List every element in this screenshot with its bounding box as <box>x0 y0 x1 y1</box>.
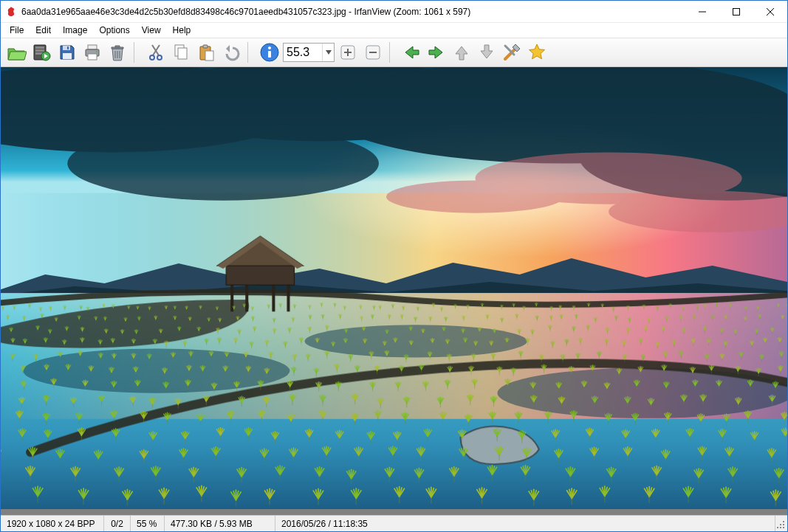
maximize-button[interactable] <box>719 1 753 22</box>
minimize-button[interactable] <box>685 1 719 22</box>
cut-button[interactable] <box>144 41 168 64</box>
svg-rect-56 <box>272 282 275 311</box>
status-zoom: 55 % <box>131 516 165 531</box>
svg-rect-11 <box>67 46 69 49</box>
zoom-in-button[interactable] <box>336 41 360 64</box>
paste-button[interactable] <box>194 41 218 64</box>
status-bar: 1920 x 1080 x 24 BPP 0/2 55 % 477.30 KB … <box>1 515 787 531</box>
svg-rect-57 <box>287 282 289 311</box>
save-icon <box>58 44 76 61</box>
svg-rect-2791 <box>783 524 784 525</box>
favorite-button[interactable] <box>525 41 549 64</box>
svg-point-22 <box>157 55 162 60</box>
copy-button[interactable] <box>169 41 193 64</box>
svg-rect-2789 <box>783 521 784 522</box>
zoom-out-icon <box>365 44 381 61</box>
svg-rect-26 <box>203 45 208 48</box>
menu-options[interactable]: Options <box>93 24 135 37</box>
undo-icon <box>222 44 240 61</box>
toolbar <box>1 38 787 67</box>
favorite-icon <box>527 43 547 62</box>
toolbar-separator <box>389 42 395 63</box>
toolbar-separator <box>247 42 253 63</box>
svg-rect-24 <box>178 48 187 59</box>
svg-rect-5 <box>35 46 44 49</box>
print-icon <box>83 44 101 61</box>
svg-rect-2794 <box>783 527 784 528</box>
zoom-out-button[interactable] <box>361 41 385 64</box>
resize-grip[interactable] <box>775 516 787 531</box>
settings-icon <box>502 43 521 62</box>
close-button[interactable] <box>753 1 787 22</box>
menu-file[interactable]: File <box>4 24 30 37</box>
svg-rect-9 <box>63 46 70 50</box>
status-datetime: 2016/05/26 / 11:18:35 <box>275 516 775 531</box>
toolbar-separator <box>134 42 140 63</box>
svg-point-21 <box>150 55 154 60</box>
prev-icon <box>402 44 420 61</box>
up-icon <box>453 44 470 61</box>
prev-button[interactable] <box>400 41 423 64</box>
svg-point-48 <box>386 181 564 213</box>
next-icon <box>428 44 445 61</box>
window-controls <box>685 1 787 22</box>
svg-rect-58 <box>226 264 294 285</box>
undo-button[interactable] <box>219 41 243 64</box>
cut-icon <box>148 44 164 61</box>
zoom-dropdown-button[interactable] <box>322 44 334 61</box>
window-title: 6aa0da31e965aae46e3c3de4d2c5b30efd8d8349… <box>21 7 685 17</box>
svg-rect-2792 <box>777 527 778 528</box>
info-button[interactable] <box>258 41 281 64</box>
svg-point-15 <box>96 51 97 52</box>
status-index: 0/2 <box>104 516 131 531</box>
svg-rect-2793 <box>780 527 781 528</box>
displayed-image <box>1 67 787 509</box>
svg-rect-27 <box>205 51 213 61</box>
svg-rect-12 <box>88 45 97 49</box>
settings-button[interactable] <box>500 41 524 64</box>
menu-edit[interactable]: Edit <box>30 24 57 37</box>
first-button[interactable] <box>450 41 473 64</box>
svg-rect-6 <box>35 49 44 52</box>
paste-icon <box>197 44 215 61</box>
app-icon <box>5 6 17 18</box>
print-button[interactable] <box>80 41 104 64</box>
svg-rect-2790 <box>780 524 781 525</box>
open-button[interactable] <box>5 41 29 64</box>
zoom-in-icon <box>340 44 356 61</box>
open-icon <box>7 44 27 61</box>
menu-help[interactable]: Help <box>167 24 197 37</box>
save-button[interactable] <box>55 41 79 64</box>
menu-image[interactable]: Image <box>57 24 93 37</box>
svg-point-29 <box>268 46 271 49</box>
slideshow-button[interactable] <box>30 41 54 64</box>
svg-point-51 <box>23 348 289 393</box>
svg-rect-30 <box>268 51 271 58</box>
slideshow-icon <box>33 44 51 61</box>
copy-icon <box>172 44 190 61</box>
status-filesize: 477.30 KB / 5.93 MB <box>165 516 275 531</box>
menu-view[interactable]: View <box>136 24 167 37</box>
title-bar: 6aa0da31e965aae46e3c3de4d2c5b30efd8d8349… <box>1 1 787 23</box>
last-button[interactable] <box>475 41 499 64</box>
delete-icon <box>109 44 126 61</box>
info-icon <box>260 43 279 62</box>
image-viewport[interactable] <box>1 67 787 515</box>
menu-bar: File Edit Image Options View Help <box>1 23 787 38</box>
svg-rect-55 <box>245 282 248 311</box>
svg-rect-10 <box>63 53 72 59</box>
zoom-input[interactable] <box>284 46 322 59</box>
zoom-combo <box>283 43 335 62</box>
svg-point-45 <box>67 126 379 200</box>
delete-button[interactable] <box>106 41 129 64</box>
svg-rect-1 <box>733 8 740 15</box>
next-button[interactable] <box>425 41 448 64</box>
status-dimensions: 1920 x 1080 x 24 BPP <box>1 516 104 531</box>
down-icon <box>478 44 496 61</box>
svg-rect-14 <box>88 54 97 60</box>
